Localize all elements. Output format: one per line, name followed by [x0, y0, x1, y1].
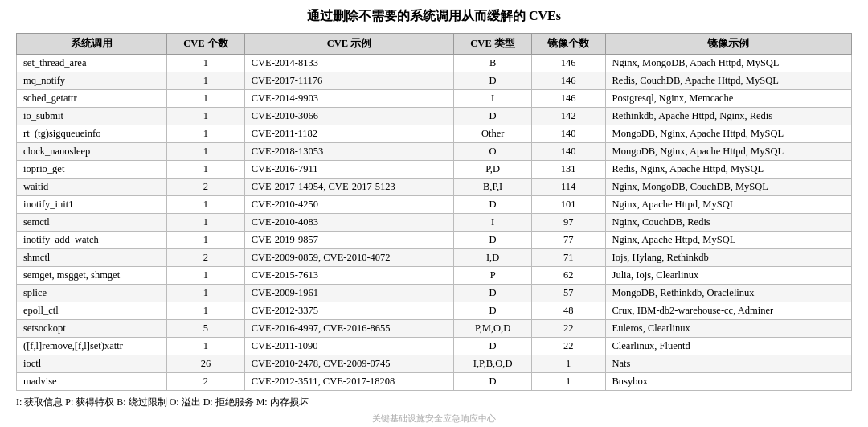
col-header-cve-type: CVE 类型 — [454, 34, 531, 55]
cell-0-0: set_thread_area — [17, 55, 167, 72]
cell-0-3: B — [454, 55, 531, 72]
cell-4-0: rt_(tg)sigqueueinfo — [17, 125, 167, 143]
cell-15-4: 22 — [531, 320, 605, 338]
cell-13-4: 57 — [531, 285, 605, 302]
cell-5-2: CVE-2018-13053 — [244, 143, 454, 161]
cell-17-4: 1 — [531, 355, 605, 373]
cell-4-2: CVE-2011-1182 — [244, 125, 454, 143]
cell-15-3: P,M,O,D — [454, 320, 531, 338]
cve-table: 系统调用 CVE 个数 CVE 示例 CVE 类型 镜像个数 镜像示例 set_… — [16, 33, 852, 391]
col-header-mirror-count: 镜像个数 — [531, 34, 605, 55]
cell-18-2: CVE-2012-3511, CVE-2017-18208 — [244, 373, 454, 391]
page-title: 通过删除不需要的系统调用从而缓解的 CVEs — [16, 8, 852, 25]
cell-10-0: inotify_add_watch — [17, 232, 167, 249]
cell-8-1: 1 — [167, 196, 244, 214]
cell-15-1: 5 — [167, 320, 244, 338]
watermark: 关键基础设施安全应急响应中心 — [16, 413, 852, 425]
cell-0-1: 1 — [167, 55, 244, 72]
cell-7-4: 114 — [531, 179, 605, 196]
table-row: shmctl2CVE-2009-0859, CVE-2010-4072I,D71… — [17, 249, 852, 267]
cell-11-0: shmctl — [17, 249, 167, 267]
table-row: inotify_init11CVE-2010-4250D101Nginx, Ap… — [17, 196, 852, 214]
cell-11-4: 71 — [531, 249, 605, 267]
cell-5-1: 1 — [167, 143, 244, 161]
cell-17-3: I,P,B,O,D — [454, 355, 531, 373]
cell-2-4: 146 — [531, 90, 605, 108]
cell-11-1: 2 — [167, 249, 244, 267]
cell-14-4: 48 — [531, 302, 605, 320]
cell-12-0: semget, msgget, shmget — [17, 267, 167, 285]
table-row: semctl1CVE-2010-4083I97Nginx, CouchDB, R… — [17, 214, 852, 232]
cell-8-4: 101 — [531, 196, 605, 214]
table-header: 系统调用 CVE 个数 CVE 示例 CVE 类型 镜像个数 镜像示例 — [17, 34, 852, 55]
table-row: io_submit1CVE-2010-3066D142Rethinkdb, Ap… — [17, 108, 852, 125]
cell-10-2: CVE-2019-9857 — [244, 232, 454, 249]
cell-6-2: CVE-2016-7911 — [244, 161, 454, 179]
cell-13-1: 1 — [167, 285, 244, 302]
cell-17-0: ioctl — [17, 355, 167, 373]
cell-6-3: P,D — [454, 161, 531, 179]
cell-3-4: 142 — [531, 108, 605, 125]
cell-18-4: 1 — [531, 373, 605, 391]
cell-14-1: 1 — [167, 302, 244, 320]
cell-18-5: Busybox — [605, 373, 851, 391]
cell-7-1: 2 — [167, 179, 244, 196]
cell-13-0: splice — [17, 285, 167, 302]
cell-3-5: Rethinkdb, Apache Httpd, Nginx, Redis — [605, 108, 851, 125]
table-row: mq_notify1CVE-2017-11176D146Redis, Couch… — [17, 72, 852, 90]
cell-9-4: 97 — [531, 214, 605, 232]
cell-3-3: D — [454, 108, 531, 125]
cell-9-0: semctl — [17, 214, 167, 232]
cell-18-1: 2 — [167, 373, 244, 391]
cell-8-2: CVE-2010-4250 — [244, 196, 454, 214]
cell-11-2: CVE-2009-0859, CVE-2010-4072 — [244, 249, 454, 267]
cell-9-3: I — [454, 214, 531, 232]
cell-2-2: CVE-2014-9903 — [244, 90, 454, 108]
cell-13-5: MongoDB, Rethinkdb, Oraclelinux — [605, 285, 851, 302]
cell-5-0: clock_nanosleep — [17, 143, 167, 161]
cell-12-4: 62 — [531, 267, 605, 285]
cell-5-4: 140 — [531, 143, 605, 161]
cell-12-5: Julia, Iojs, Clearlinux — [605, 267, 851, 285]
cell-8-0: inotify_init1 — [17, 196, 167, 214]
cell-10-4: 77 — [531, 232, 605, 249]
table-row: ioprio_get1CVE-2016-7911P,D131Redis, Ngi… — [17, 161, 852, 179]
cell-5-5: MongoDB, Nginx, Apache Httpd, MySQL — [605, 143, 851, 161]
cell-1-5: Redis, CouchDB, Apache Httpd, MySQL — [605, 72, 851, 90]
cell-1-0: mq_notify — [17, 72, 167, 90]
cell-7-0: waitid — [17, 179, 167, 196]
cell-7-5: Nginx, MongoDB, CouchDB, MySQL — [605, 179, 851, 196]
cell-17-1: 26 — [167, 355, 244, 373]
cell-1-1: 1 — [167, 72, 244, 90]
cell-17-2: CVE-2010-2478, CVE-2009-0745 — [244, 355, 454, 373]
table-row: madvise2CVE-2012-3511, CVE-2017-18208D1B… — [17, 373, 852, 391]
footnote: I: 获取信息 P: 获得特权 B: 绕过限制 O: 溢出 D: 拒绝服务 M:… — [16, 396, 852, 409]
cell-2-3: I — [454, 90, 531, 108]
cell-2-0: sched_getattr — [17, 90, 167, 108]
table-row: semget, msgget, shmget1CVE-2015-7613P62J… — [17, 267, 852, 285]
table-row: waitid2CVE-2017-14954, CVE-2017-5123B,P,… — [17, 179, 852, 196]
cell-6-4: 131 — [531, 161, 605, 179]
cell-9-5: Nginx, CouchDB, Redis — [605, 214, 851, 232]
cell-14-0: epoll_ctl — [17, 302, 167, 320]
table-row: splice1CVE-2009-1961D57MongoDB, Rethinkd… — [17, 285, 852, 302]
cell-9-2: CVE-2010-4083 — [244, 214, 454, 232]
table-row: ([f,l]remove,[f,l]set)xattr1CVE-2011-109… — [17, 338, 852, 355]
cell-16-2: CVE-2011-1090 — [244, 338, 454, 355]
cell-12-1: 1 — [167, 267, 244, 285]
col-header-cve-count: CVE 个数 — [167, 34, 244, 55]
cell-1-4: 146 — [531, 72, 605, 90]
cell-4-3: Other — [454, 125, 531, 143]
cell-0-5: Nginx, MongoDB, Apach Httpd, MySQL — [605, 55, 851, 72]
cell-14-2: CVE-2012-3375 — [244, 302, 454, 320]
cell-9-1: 1 — [167, 214, 244, 232]
cell-16-0: ([f,l]remove,[f,l]set)xattr — [17, 338, 167, 355]
cell-2-1: 1 — [167, 90, 244, 108]
cell-4-5: MongoDB, Nginx, Apache Httpd, MySQL — [605, 125, 851, 143]
cell-15-0: setsockopt — [17, 320, 167, 338]
cell-6-1: 1 — [167, 161, 244, 179]
cell-17-5: Nats — [605, 355, 851, 373]
cell-16-5: Clearlinux, Fluentd — [605, 338, 851, 355]
cell-2-5: Postgresql, Nginx, Memcache — [605, 90, 851, 108]
cell-6-5: Redis, Nginx, Apache Httpd, MySQL — [605, 161, 851, 179]
